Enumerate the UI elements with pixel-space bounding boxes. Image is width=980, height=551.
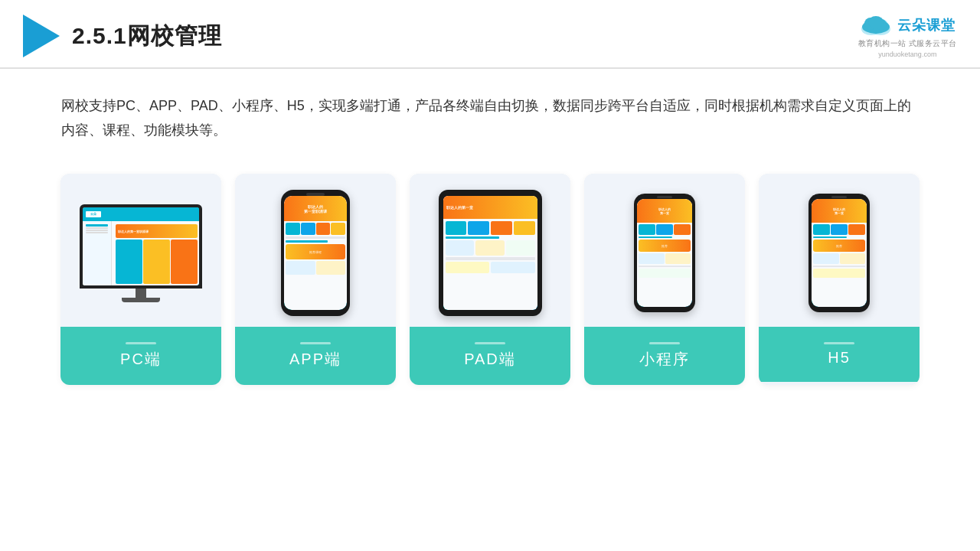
page-title: 2.5.1网校管理 <box>72 21 222 52</box>
card-app-image: 职达人的第一堂职涯课 <box>235 174 396 327</box>
pc-mockup: 云朵 <box>80 204 202 302</box>
cards-container: 云朵 <box>0 158 980 408</box>
brand-name: 云朵课堂 <box>897 16 956 34</box>
card-pad-image: 职达人的第一堂 <box>410 174 570 327</box>
card-pc: 云朵 <box>60 174 221 385</box>
cloud-icon <box>859 14 893 37</box>
h5-phone-mockup: 职达人的第一堂 推荐 <box>808 194 870 312</box>
app-phone-mockup: 职达人的第一堂职涯课 <box>281 190 350 316</box>
brand-tagline: 教育机构一站 式服务云平台 <box>858 38 957 49</box>
card-app: 职达人的第一堂职涯课 <box>235 174 396 385</box>
card-h5-image: 职达人的第一堂 推荐 <box>759 174 920 327</box>
header: 2.5.1网校管理 云朵课堂 教育机构一站 式服务云平台 yunduoketan… <box>0 0 980 69</box>
header-right: 云朵课堂 教育机构一站 式服务云平台 yunduoketang.com <box>858 14 957 58</box>
card-miniprogram-image: 职达人的第一堂 推荐 <box>584 174 745 327</box>
pad-tablet-mockup: 职达人的第一堂 <box>439 190 542 316</box>
card-pc-label: PC端 <box>60 327 221 385</box>
description-text: 网校支持PC、APP、PAD、小程序、H5，实现多端打通，产品各终端自由切换，数… <box>0 69 980 158</box>
card-miniprogram: 职达人的第一堂 推荐 <box>584 174 745 385</box>
miniprogram-phone-mockup: 职达人的第一堂 推荐 <box>634 194 695 312</box>
logo-triangle-icon <box>23 15 60 57</box>
brand-logo: 云朵课堂 <box>859 14 956 37</box>
card-h5-label: H5 <box>759 327 920 382</box>
card-pc-image: 云朵 <box>60 174 221 327</box>
card-pad-label: PAD端 <box>410 327 570 385</box>
card-pad: 职达人的第一堂 <box>410 174 570 385</box>
card-app-label: APP端 <box>235 327 396 385</box>
svg-point-6 <box>868 16 884 28</box>
card-miniprogram-label: 小程序 <box>584 327 745 385</box>
card-h5: 职达人的第一堂 推荐 <box>759 174 920 385</box>
header-left: 2.5.1网校管理 <box>23 15 222 57</box>
brand-url: yunduoketang.com <box>878 51 936 58</box>
